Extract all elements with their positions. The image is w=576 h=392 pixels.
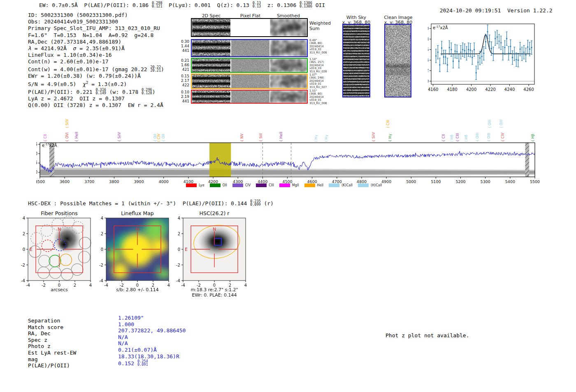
fiber-weight-labels: 0.211.66421 [177, 58, 189, 72]
svg-text:-4: -4 [21, 278, 25, 283]
svg-text:0: 0 [428, 79, 429, 84]
emission-line-label: ( Hδ [464, 135, 468, 142]
svg-text:4900: 4900 [381, 179, 391, 184]
lineflux-xlabel: s/b: 2.80 +/- 0.114 [106, 287, 169, 292]
svg-text:4260: 4260 [523, 87, 534, 92]
emission-line-label: { CIII [455, 133, 460, 142]
svg-text:3800: 3800 [109, 179, 119, 184]
svg-text:5: 5 [36, 160, 37, 165]
match-row-label: Photo z [28, 343, 76, 350]
svg-text:0: 0 [36, 170, 37, 174]
hsc-xlabel2: EWr: 0. PLAE: 0.144 [183, 292, 246, 298]
hsc-dex-header: HSC-DEX : Possible Matches = 1 (within +… [28, 199, 274, 206]
smoothed-strip [270, 19, 307, 36]
text-segment: LineFlux = 1.10(±0.34)e-16 [28, 52, 112, 58]
match-row-value: 18.33(18.30,18.36)R [118, 353, 186, 360]
svg-text:4: 4 [101, 216, 103, 220]
legend-label: (K)CaII [341, 183, 353, 187]
legend-item: HeII [304, 183, 324, 187]
smoothed-strip [270, 90, 307, 103]
text-segment: Cont(n) = 2.60(±0.10)e-17 [28, 58, 109, 65]
smoothed-strip [270, 59, 307, 72]
pixel-flat-strip [231, 59, 269, 72]
pixel-flat-strip [231, 40, 269, 56]
info-line: Cont(w) = 4.00(±0.01)e-17 (gmag 20.22 20… [28, 65, 164, 73]
spectrum-legend: LyαOIICIVCIIIMgIIHeII(K)CaII(H)CaII [186, 183, 382, 187]
svg-text:5400: 5400 [505, 179, 515, 184]
svg-text:0: 0 [178, 247, 180, 252]
svg-text:N: N [136, 227, 139, 232]
svg-text:E: E [185, 247, 188, 252]
svg-text:2: 2 [101, 232, 103, 236]
svg-text:3700: 3700 [84, 179, 94, 184]
legend-swatch [186, 183, 197, 187]
2d-spec-strip [192, 40, 230, 56]
svg-text:-2: -2 [99, 263, 103, 267]
emission-line-label: { SiIV [372, 132, 376, 142]
clean-image-frame [384, 24, 411, 97]
withsky-image-frame [342, 24, 370, 97]
lineflux-map-plot: NE420-2-4-4-2024 [90, 208, 177, 290]
stacked-uncertainty: 20.2220.21 [150, 65, 161, 72]
exposure-row [191, 74, 308, 89]
stacked-uncertainty: 0.2960.128 [142, 88, 152, 95]
legend-swatch [256, 183, 267, 187]
text-segment: S/N = 4.9(±0.5) [28, 81, 83, 87]
match-row-value: N/A [118, 340, 186, 347]
match-row-label: Match score [28, 324, 76, 331]
legend-item: OII [210, 183, 227, 187]
legend-label: CIV [245, 183, 251, 187]
svg-text:5500: 5500 [530, 179, 540, 184]
match-row-value: 0.21(±0.07)Å [118, 347, 186, 353]
text-segment: = 2.35(±0.91)Å [76, 45, 124, 51]
info-line: LyA z = 2.4672 OII z = 0.1307 [28, 95, 164, 102]
match-table-labels: SeparationMatch scoreRA, DecSpec zPhoto … [28, 318, 76, 369]
text-segment: ) [161, 66, 164, 72]
svg-text:4160: 4160 [428, 87, 438, 92]
svg-text:5100: 5100 [431, 179, 441, 184]
text-segment: Obs: 20240414v019_5002331300 [28, 19, 118, 25]
info-line: F=1.6" T=0.153 N=1.04 A=0.92 g=24.8 [28, 32, 164, 39]
svg-text:3500: 3500 [36, 179, 45, 184]
svg-text:4200: 4200 [466, 87, 476, 92]
text-segment: EWr = 1.20(±0.38) (w: 0.79(±0.24))Å [28, 73, 141, 79]
emission-line-label: ( CIV [157, 134, 161, 142]
legend-swatch [210, 183, 221, 187]
emission-line-label: { OIII [487, 133, 491, 142]
emission-line-label: { SiIV [117, 132, 121, 142]
report-timestamp: 2024-10-20 09:19:51 Version 1.22.2 [433, 1, 553, 14]
fiber-id-labels: 1.14"(365, 257)20240414v019_03313_RU_028 [309, 58, 327, 73]
emission-line-label: ( Hγ [324, 135, 328, 142]
legend-label: Lyα [199, 183, 204, 187]
2d-spec-strip [192, 90, 230, 103]
svg-text:10: 10 [428, 26, 429, 31]
hsc-cutout-plot: NE420-2-4-4-2024 [167, 208, 254, 290]
stacked-uncertainty: 0.2540.091 [137, 360, 148, 366]
legend-swatch [358, 183, 369, 187]
report-version: Version 1.22.2 [507, 7, 553, 14]
detection-info-block: ID: 5002331300 (5002331300.pdf)Obs: 2024… [28, 12, 164, 109]
match-row-label: mag [28, 356, 76, 363]
svg-text:3600: 3600 [60, 179, 70, 184]
svg-text:N: N [58, 227, 61, 232]
svg-text:2: 2 [23, 232, 25, 236]
emission-line-label: ( Hγ [314, 135, 318, 142]
svg-text:-4: -4 [99, 278, 103, 283]
text-segment: (r) [261, 200, 274, 206]
exposure-row [191, 90, 308, 104]
svg-text:0: 0 [23, 247, 25, 252]
fiber-xlabel: arcsecs [28, 287, 91, 292]
emission-line-label: ( CIII [386, 120, 390, 128]
match-row-label: Spec z [28, 337, 76, 343]
legend-swatch [329, 183, 339, 187]
info-line: EWr = 1.20(±0.38) (w: 0.79(±0.24))Å [28, 73, 164, 79]
info-line: λ = 4214.92Å σ = 2.35(±0.91)Å [28, 45, 164, 52]
svg-text:e-17x2Å: e-17x2Å [42, 143, 57, 148]
italic-symbol: χ [83, 81, 86, 87]
fiber-id-labels: 1.55"(368, 80)20240414v019_01313_RU_008 [309, 90, 327, 105]
legend-item: CIII [256, 183, 274, 187]
text-segment: HSC-DEX : Possible Matches = 1 (within +… [28, 200, 250, 206]
text-segment: = 4214.92Å [31, 45, 73, 51]
text-segment: (w: 0.178 [106, 89, 142, 95]
info-line: S/N = 4.9(±0.5) χ2 = 1.3(±0.2) [28, 79, 164, 88]
